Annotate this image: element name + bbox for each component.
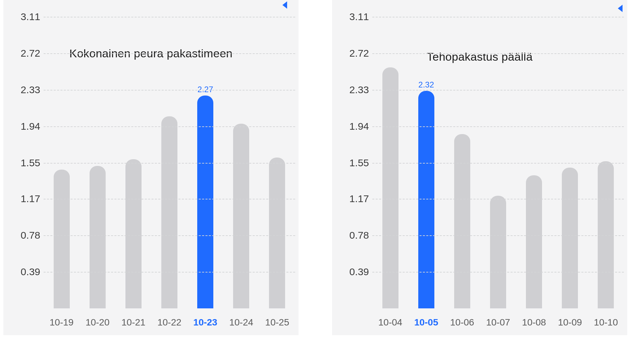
grid-line [372,163,624,164]
bar-value-label: 2.27 [198,85,213,94]
grid-line [372,272,624,273]
grid-line [44,163,295,164]
grid-line [372,199,624,199]
y-tick-label: 0.78 [13,230,40,241]
grid-line [44,272,295,273]
bar-highlighted[interactable]: 2.32 [418,91,434,308]
x-tick-label: 10-24 [229,317,253,328]
x-tick-label: 10-04 [378,317,402,328]
bar[interactable] [125,159,142,308]
bar[interactable] [161,116,177,308]
x-tick-label: 10-25 [265,317,289,328]
x-tick-label: 10-23 [193,317,217,328]
x-tick-label: 10-22 [157,317,181,328]
bar[interactable] [54,170,70,308]
grid-line [44,90,295,90]
y-tick-label: 1.55 [13,157,40,169]
grid-line [372,53,624,54]
y-tick-label: 1.94 [342,121,369,132]
grid-line [372,126,624,127]
plot-area: 2.27 3.112.722.331.941.551.170.780.3910-… [44,17,295,308]
grid-line [44,235,295,236]
chart-panel-left: Kokonainen peura pakastimeen 2.27 3.112.… [3,0,299,335]
back-caret-icon[interactable] [282,1,287,9]
bars-container: 2.32 [372,17,624,308]
x-tick-label: 10-07 [486,317,510,328]
bar[interactable] [454,134,470,308]
x-tick-label: 10-20 [86,317,110,328]
y-tick-label: 1.17 [342,193,369,204]
y-tick-label: 1.17 [13,193,40,204]
bar-highlighted[interactable]: 2.27 [197,96,213,308]
y-tick-label: 2.33 [342,84,369,96]
bar[interactable] [562,168,578,308]
x-tick-label: 10-21 [121,317,146,328]
bar[interactable] [90,166,106,308]
grid-line [372,17,624,17]
x-tick-label: 10-10 [594,317,618,328]
grid-line [44,53,295,54]
bar-value-label: 2.32 [418,80,434,89]
y-tick-label: 2.72 [342,48,369,59]
bar[interactable] [598,161,614,308]
y-tick-label: 1.94 [13,121,40,132]
y-tick-label: 0.39 [342,266,369,278]
plot-area: 2.32 3.112.722.331.941.551.170.780.3910-… [372,17,624,308]
y-tick-label: 0.39 [13,266,40,278]
bar[interactable] [269,158,285,308]
back-caret-icon[interactable] [618,5,623,12]
y-tick-label: 0.78 [342,230,369,241]
y-tick-label: 3.11 [13,11,40,22]
bar[interactable] [233,124,249,308]
bars-container: 2.27 [44,17,295,308]
y-tick-label: 2.33 [13,84,40,96]
x-tick-label: 10-05 [414,317,438,328]
grid-line [372,235,624,236]
y-tick-label: 2.72 [13,48,40,59]
grid-line [44,199,295,199]
grid-line [44,17,295,17]
bar[interactable] [526,175,542,308]
y-tick-label: 3.11 [342,11,369,22]
grid-line [372,90,624,90]
y-tick-label: 1.55 [342,157,369,169]
chart-panel-right: Tehopakastus päällä 2.32 3.112.722.331.9… [332,0,627,335]
x-tick-label: 10-19 [50,317,74,328]
x-tick-label: 10-08 [522,317,546,328]
grid-line [44,126,295,127]
x-tick-label: 10-06 [450,317,474,328]
bar[interactable] [490,196,506,308]
x-tick-label: 10-09 [558,317,582,328]
